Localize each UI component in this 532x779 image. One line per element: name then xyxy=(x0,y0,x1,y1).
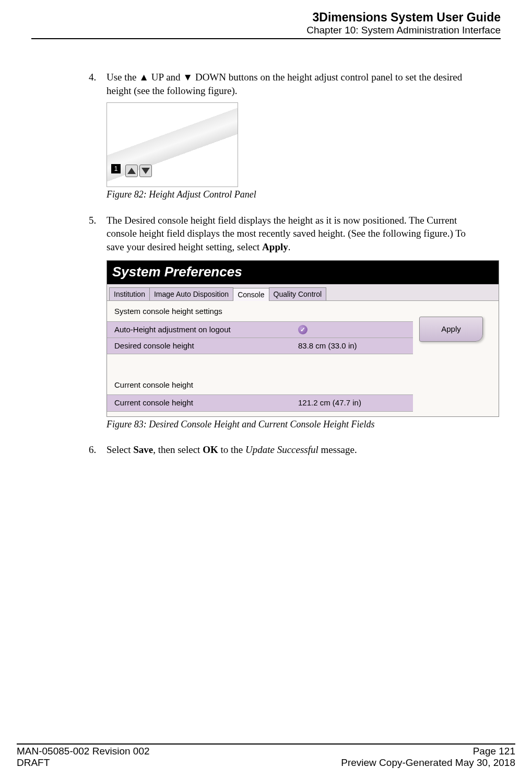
step-4: 4. Use the ▲ UP and ▼ DOWN buttons on th… xyxy=(89,71,480,97)
group-title-settings: System console height settings xyxy=(107,301,413,321)
step-text: The Desired console height field display… xyxy=(107,214,480,254)
step-number: 4. xyxy=(89,71,107,97)
step-6: 6. Select Save, then select OK to the Up… xyxy=(89,443,480,457)
label-auto-height: Auto-Height adjustment on logout xyxy=(114,324,298,335)
row-current-height: Current console height 121.2 cm (47.7 in… xyxy=(107,394,413,411)
figure-82-caption: Figure 82: Height Adjust Control Panel xyxy=(107,188,480,201)
tab-quality-control[interactable]: Quality Control xyxy=(269,287,327,301)
label-desired-height: Desired console height xyxy=(114,341,298,351)
step-5: 5. The Desired console height field disp… xyxy=(89,214,480,254)
tab-bar: Institution Image Auto Disposition Conso… xyxy=(107,284,499,301)
generated-line: Preview Copy-Generated May 30, 2018 xyxy=(341,757,515,769)
up-arrow-icon: ▲ xyxy=(139,72,149,83)
tab-institution[interactable]: Institution xyxy=(109,287,150,301)
chapter-title: Chapter 10: System Administration Interf… xyxy=(31,25,501,36)
callout-marker: 1 xyxy=(111,164,121,173)
doc-title: 3Dimensions System User Guide xyxy=(31,10,501,25)
down-button-icon xyxy=(139,165,152,177)
figure-83-caption: Figure 83: Desired Console Height and Cu… xyxy=(107,418,480,431)
row-auto-height: Auto-Height adjustment on logout ✓ xyxy=(107,321,413,338)
up-button-icon xyxy=(125,165,138,177)
step-text: Select Save, then select OK to the Updat… xyxy=(107,443,480,457)
label-current-height: Current console height xyxy=(114,398,298,408)
page-number: Page 121 xyxy=(341,746,515,757)
page-header: 3Dimensions System User Guide Chapter 10… xyxy=(31,10,501,39)
tab-console[interactable]: Console xyxy=(233,288,269,301)
value-current-height: 121.2 cm (47.7 in) xyxy=(298,398,408,408)
step-number: 5. xyxy=(89,214,107,254)
page-content: 4. Use the ▲ UP and ▼ DOWN buttons on th… xyxy=(89,71,480,457)
check-icon[interactable]: ✓ xyxy=(298,325,308,334)
control-panel-illustration: 1 xyxy=(107,102,238,187)
doc-status: DRAFT xyxy=(17,757,150,769)
figure-82: 1 xyxy=(107,102,480,187)
group-title-current: Current console height xyxy=(107,375,413,394)
height-buttons xyxy=(125,165,152,177)
figure-83: System Preferences Institution Image Aut… xyxy=(107,260,499,417)
page-footer: MAN-05085-002 Revision 002 DRAFT Page 12… xyxy=(17,743,515,769)
step-number: 6. xyxy=(89,443,107,457)
value-auto-height: ✓ xyxy=(298,325,408,334)
step-text: Use the ▲ UP and ▼ DOWN buttons on the h… xyxy=(107,71,480,97)
doc-number: MAN-05085-002 Revision 002 xyxy=(17,746,150,757)
window-title: System Preferences xyxy=(107,261,499,284)
row-desired-height: Desired console height 83.8 cm (33.0 in) xyxy=(107,338,413,354)
value-desired-height: 83.8 cm (33.0 in) xyxy=(298,341,408,351)
down-arrow-icon: ▼ xyxy=(183,72,193,83)
tab-image-auto-disposition[interactable]: Image Auto Disposition xyxy=(149,287,233,301)
apply-button[interactable]: Apply xyxy=(419,317,483,342)
